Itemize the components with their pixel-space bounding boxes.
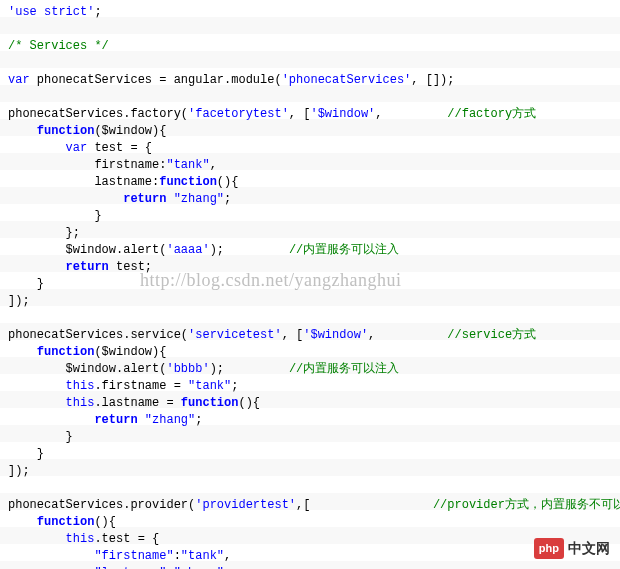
code-text: ;: [224, 192, 231, 206]
code-text: [8, 396, 66, 410]
code-text: ,: [224, 549, 231, 563]
code-text: ($window){: [94, 124, 166, 138]
code-text: [166, 192, 173, 206]
code-text: [8, 549, 94, 563]
string: 'phonecatServices': [282, 73, 412, 87]
code-text: }: [8, 277, 44, 291]
code-text: ($window){: [94, 345, 166, 359]
code-text: );: [210, 243, 289, 257]
comment: //factory方式: [447, 107, 536, 121]
code-text: .test = {: [94, 532, 159, 546]
keyword: function: [181, 396, 239, 410]
code-text: [8, 141, 66, 155]
code-text: [138, 413, 145, 427]
code-text: (){: [238, 396, 260, 410]
code-text: };: [8, 226, 80, 240]
string: "zhang": [145, 413, 195, 427]
code-text: [8, 379, 66, 393]
keyword: return: [94, 413, 137, 427]
keyword: var: [66, 141, 88, 155]
code-text: firstname:: [8, 158, 166, 172]
code-text: :: [174, 549, 181, 563]
string: '$window': [310, 107, 375, 121]
code-text: [8, 413, 94, 427]
code-text: );: [210, 362, 289, 376]
code-text: ;: [195, 413, 202, 427]
comment: //内置服务可以注入: [289, 243, 399, 257]
comment: //内置服务可以注入: [289, 362, 399, 376]
string: "zhang": [174, 192, 224, 206]
keyword: function: [37, 124, 95, 138]
code-text: phonecatServices = angular.module(: [30, 73, 282, 87]
code-text: [8, 124, 37, 138]
code-text: (){: [217, 175, 239, 189]
code-text: $window.alert(: [8, 362, 166, 376]
code-text: ;: [231, 379, 238, 393]
code-text: (){: [94, 515, 116, 529]
code-text: [8, 345, 37, 359]
code-text: , [: [282, 328, 304, 342]
string: 'providertest': [195, 498, 296, 512]
keyword: function: [37, 345, 95, 359]
string: 'bbbb': [166, 362, 209, 376]
code-block: 'use strict'; /* Services */ var phoneca…: [8, 4, 612, 569]
code-line: 'use strict': [8, 5, 94, 19]
string: 'facetorytest': [188, 107, 289, 121]
string: "tank": [166, 158, 209, 172]
code-text: $window.alert(: [8, 243, 166, 257]
code-text: ,: [210, 158, 217, 172]
code-text: ,: [375, 107, 447, 121]
keyword: this: [66, 379, 95, 393]
code-text: lastname:: [8, 175, 159, 189]
keyword: return: [123, 192, 166, 206]
code-text: ]);: [8, 464, 30, 478]
code-text: , [: [289, 107, 311, 121]
code-text: ]);: [8, 294, 30, 308]
comment: /* Services */: [8, 39, 109, 53]
code-text: phonecatServices.provider(: [8, 498, 195, 512]
code-text: .firstname =: [94, 379, 188, 393]
keyword: this: [66, 396, 95, 410]
code-text: [8, 532, 66, 546]
comment: //provider方式，内置服务不可以注入: [433, 498, 620, 512]
comment: //service方式: [447, 328, 536, 342]
string: 'aaaa': [166, 243, 209, 257]
keyword: return: [66, 260, 109, 274]
string: "firstname": [94, 549, 173, 563]
code-text: test;: [109, 260, 152, 274]
code-text: , []);: [411, 73, 454, 87]
code-text: }: [8, 447, 44, 461]
keyword: function: [37, 515, 95, 529]
string: "tank": [188, 379, 231, 393]
keyword: function: [159, 175, 217, 189]
string: 'servicetest': [188, 328, 282, 342]
code-text: phonecatServices.factory(: [8, 107, 188, 121]
code-text: .lastname =: [94, 396, 180, 410]
code-text: ,: [368, 328, 447, 342]
code-text: phonecatServices.service(: [8, 328, 188, 342]
string: '$window': [303, 328, 368, 342]
code-text: }: [8, 430, 73, 444]
keyword: var: [8, 73, 30, 87]
code-text: ,[: [296, 498, 433, 512]
code-text: test = {: [87, 141, 152, 155]
code-text: [8, 260, 66, 274]
code-text: [8, 515, 37, 529]
code-text: }: [8, 209, 102, 223]
keyword: this: [66, 532, 95, 546]
code-text: [8, 192, 123, 206]
string: "tank": [181, 549, 224, 563]
